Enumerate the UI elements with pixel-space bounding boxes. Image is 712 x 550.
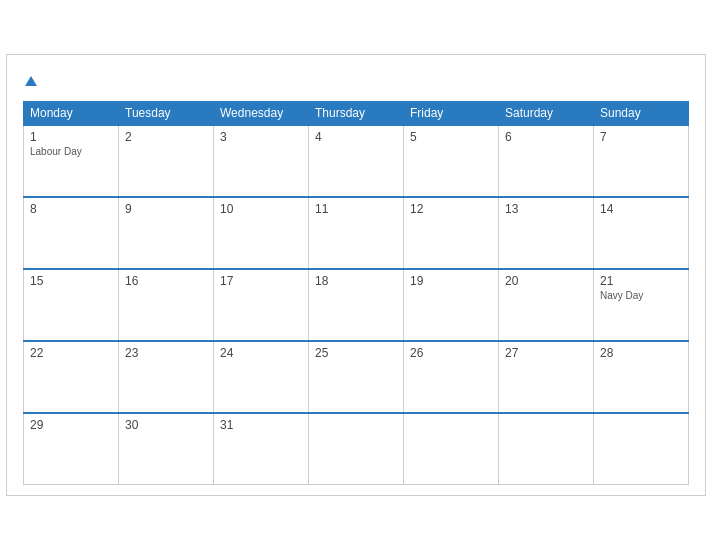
- day-cell: 1Labour Day: [24, 125, 119, 197]
- day-cell: 31: [214, 413, 309, 485]
- week-row-3: 15161718192021Navy Day: [24, 269, 689, 341]
- day-number: 2: [125, 130, 207, 144]
- day-number: 23: [125, 346, 207, 360]
- day-cell: 27: [499, 341, 594, 413]
- day-cell: 13: [499, 197, 594, 269]
- day-cell: 4: [309, 125, 404, 197]
- calendar-tbody: 1Labour Day23456789101112131415161718192…: [24, 125, 689, 485]
- day-number: 21: [600, 274, 682, 288]
- day-number: 29: [30, 418, 112, 432]
- day-cell: 7: [594, 125, 689, 197]
- day-cell: 3: [214, 125, 309, 197]
- day-number: 15: [30, 274, 112, 288]
- day-cell: 8: [24, 197, 119, 269]
- day-number: 13: [505, 202, 587, 216]
- holiday-label: Labour Day: [30, 146, 112, 157]
- day-number: 8: [30, 202, 112, 216]
- calendar-header: [23, 71, 689, 89]
- day-cell: 11: [309, 197, 404, 269]
- day-cell: 16: [119, 269, 214, 341]
- day-cell: 28: [594, 341, 689, 413]
- weekday-header-saturday: Saturday: [499, 101, 594, 125]
- day-cell: 2: [119, 125, 214, 197]
- day-cell: 23: [119, 341, 214, 413]
- day-number: 19: [410, 274, 492, 288]
- day-number: 5: [410, 130, 492, 144]
- day-number: 18: [315, 274, 397, 288]
- day-cell: [499, 413, 594, 485]
- day-number: 17: [220, 274, 302, 288]
- day-cell: 9: [119, 197, 214, 269]
- logo-triangle-icon: [25, 76, 37, 86]
- day-number: 22: [30, 346, 112, 360]
- day-cell: 17: [214, 269, 309, 341]
- day-cell: [594, 413, 689, 485]
- day-cell: 18: [309, 269, 404, 341]
- day-number: 6: [505, 130, 587, 144]
- weekday-header-thursday: Thursday: [309, 101, 404, 125]
- day-cell: 12: [404, 197, 499, 269]
- day-cell: 25: [309, 341, 404, 413]
- week-row-2: 891011121314: [24, 197, 689, 269]
- day-cell: 29: [24, 413, 119, 485]
- day-number: 7: [600, 130, 682, 144]
- logo-general: [23, 71, 37, 89]
- day-number: 30: [125, 418, 207, 432]
- day-cell: 22: [24, 341, 119, 413]
- day-number: 24: [220, 346, 302, 360]
- week-row-4: 22232425262728: [24, 341, 689, 413]
- day-number: 28: [600, 346, 682, 360]
- day-cell: 20: [499, 269, 594, 341]
- logo: [23, 71, 37, 89]
- day-number: 16: [125, 274, 207, 288]
- calendar-grid: MondayTuesdayWednesdayThursdayFridaySatu…: [23, 101, 689, 486]
- weekday-header-friday: Friday: [404, 101, 499, 125]
- weekday-header-wednesday: Wednesday: [214, 101, 309, 125]
- day-cell: 15: [24, 269, 119, 341]
- holiday-label: Navy Day: [600, 290, 682, 301]
- day-number: 1: [30, 130, 112, 144]
- day-number: 4: [315, 130, 397, 144]
- day-number: 26: [410, 346, 492, 360]
- day-cell: [404, 413, 499, 485]
- week-row-5: 293031: [24, 413, 689, 485]
- weekday-header-tuesday: Tuesday: [119, 101, 214, 125]
- calendar-container: MondayTuesdayWednesdayThursdayFridaySatu…: [6, 54, 706, 496]
- day-number: 10: [220, 202, 302, 216]
- weekday-header-sunday: Sunday: [594, 101, 689, 125]
- day-cell: 30: [119, 413, 214, 485]
- day-cell: 14: [594, 197, 689, 269]
- day-cell: 6: [499, 125, 594, 197]
- weekday-header-row: MondayTuesdayWednesdayThursdayFridaySatu…: [24, 101, 689, 125]
- day-cell: 21Navy Day: [594, 269, 689, 341]
- day-cell: 24: [214, 341, 309, 413]
- day-cell: 26: [404, 341, 499, 413]
- day-cell: 5: [404, 125, 499, 197]
- day-number: 27: [505, 346, 587, 360]
- day-number: 31: [220, 418, 302, 432]
- day-number: 25: [315, 346, 397, 360]
- day-number: 3: [220, 130, 302, 144]
- day-cell: 10: [214, 197, 309, 269]
- day-number: 11: [315, 202, 397, 216]
- day-cell: [309, 413, 404, 485]
- weekday-header-monday: Monday: [24, 101, 119, 125]
- calendar-thead: MondayTuesdayWednesdayThursdayFridaySatu…: [24, 101, 689, 125]
- day-number: 12: [410, 202, 492, 216]
- day-number: 14: [600, 202, 682, 216]
- week-row-1: 1Labour Day234567: [24, 125, 689, 197]
- day-cell: 19: [404, 269, 499, 341]
- day-number: 20: [505, 274, 587, 288]
- day-number: 9: [125, 202, 207, 216]
